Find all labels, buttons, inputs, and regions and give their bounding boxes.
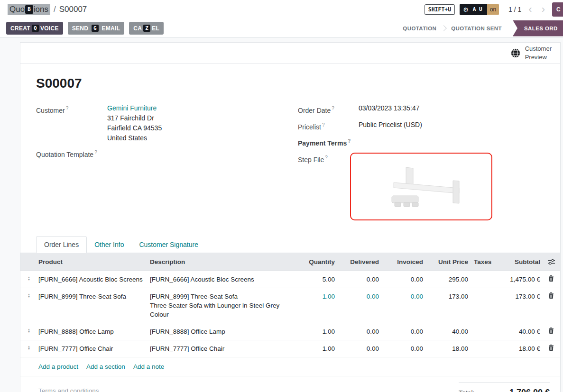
optional-columns-icon[interactable] [542,255,560,269]
breadcrumb-separator: / [54,5,56,14]
sheet-body: S00007 Customer? Gemini Furniture 317 Fa… [20,64,560,253]
order-date-value[interactable]: 03/03/2023 13:35:47 [359,103,419,113]
customer-address: 317 Fairchild Dr Fairfield CA 94535 Unit… [107,113,162,143]
payment-terms-label: Payment Terms? [298,136,359,148]
cell-quantity[interactable]: 1.00 [294,323,337,340]
step-file-3d-render [364,160,478,213]
cell-taxes[interactable] [470,323,492,331]
cell-delivered[interactable]: 0.00 [337,340,381,357]
corner-create-button[interactable]: C [552,2,563,17]
create-invoice-button[interactable]: CREATQVOICE [6,22,63,35]
top-bar-right: SHIFT+U ⚙A U on 1 / 1 ‹ › C [425,2,563,17]
add-product-link[interactable]: Add a product [38,363,78,370]
cell-taxes[interactable] [470,340,492,348]
breadcrumb-record: S00007 [59,5,87,14]
status-quotation[interactable]: QUOTATION [396,26,443,31]
table-row[interactable]: ▲▼ [FURN_8999] Three-Seat Sofa [FURN_899… [20,288,560,323]
cell-taxes[interactable] [470,271,492,279]
add-note-link[interactable]: Add a note [133,363,164,370]
record-title: S00007 [36,76,545,91]
notebook-tabs: Order Lines Other Info Customer Signatur… [20,236,560,253]
drag-handle-icon[interactable]: ▲▼ [20,288,37,302]
help-icon: ? [348,138,351,144]
customer-preview-button[interactable]: Customer Preview [510,45,552,61]
cell-product[interactable]: [FURN_8999] Three-Seat Sofa [37,288,149,305]
breadcrumb: QuoBions / S00007 [8,4,87,15]
gear-icon: ⚙ [463,7,469,13]
help-icon: ? [322,122,325,128]
header-taxes: Taxes [470,253,492,271]
tab-customer-signature[interactable]: Customer Signature [131,237,206,253]
sheet-footer: Terms and conditions... Total: 1,706.00 … [20,376,560,392]
pager-next-icon[interactable]: › [539,4,547,15]
tab-order-lines[interactable]: Order Lines [36,236,87,253]
table-row[interactable]: ▲▼ [FURN_6666] Acoustic Bloc Screens [FU… [20,271,560,288]
delete-row-button[interactable] [542,323,560,337]
table-row[interactable]: ▲▼ [FURN_8888] Office Lamp [FURN_8888] O… [20,323,560,340]
cell-delivered[interactable]: 0.00 [337,288,381,305]
send-email-button[interactable]: SEND G EMAIL [68,22,125,35]
add-section-link[interactable]: Add a section [86,363,125,370]
cell-product[interactable]: [FURN_7777] Office Chair [37,340,149,357]
tab-other-info[interactable]: Other Info [87,237,131,253]
cell-subtotal: 1,475.00 € [492,271,542,288]
field-grid: Customer? Gemini Furniture 317 Fairchild… [36,103,545,225]
fields-left-column: Customer? Gemini Furniture 317 Fairchild… [36,103,298,164]
cell-subtotal: 173.00 € [492,288,542,305]
action-menu-button[interactable]: ⚙A U on [460,4,499,15]
cell-unit-price[interactable]: 40.00 [425,323,470,340]
step-file-image[interactable] [350,153,492,220]
cell-description[interactable]: [FURN_8999] Three-Seat SofaThree Seater … [149,288,294,323]
breadcrumb-quotations-right: ions [34,5,48,14]
cell-product[interactable]: [FURN_6666] Acoustic Bloc Screens [37,271,149,288]
cell-taxes[interactable] [470,288,492,296]
cell-invoiced[interactable]: 0.00 [381,288,425,305]
cell-description[interactable]: [FURN_8888] Office Lamp [149,323,294,340]
quotation-template-label: Quotation Template? [36,147,107,160]
breadcrumb-quotations[interactable]: QuoBions [8,4,50,15]
customer-link[interactable]: Gemini Furniture [107,103,162,113]
cell-invoiced[interactable]: 0.00 [381,340,425,357]
drag-handle-icon[interactable]: ▲▼ [20,323,37,337]
delete-row-button[interactable] [542,340,560,355]
order-lines-table: Product Description Quantity Delivered I… [20,253,560,357]
header-quantity: Quantity [294,253,337,271]
cell-unit-price[interactable]: 173.00 [425,288,470,305]
status-pipeline: QUOTATION QUOTATION SENT SALES ORD [396,19,563,37]
cell-quantity[interactable]: 5.00 [294,271,337,288]
header-description: Description [149,253,294,271]
delete-row-button[interactable] [542,288,560,302]
delete-row-button[interactable] [542,271,560,285]
terms-and-conditions-input[interactable]: Terms and conditions... [38,383,104,392]
cell-product[interactable]: [FURN_8888] Office Lamp [37,323,149,340]
table-add-links: Add a product Add a section Add a note [20,357,560,376]
cell-delivered[interactable]: 0.00 [337,323,381,340]
order-date-label: Order Date? [298,103,359,116]
cell-quantity[interactable]: 1.00 [294,340,337,357]
table-row[interactable]: ▲▼ [FURN_7777] Office Chair [FURN_7777] … [20,340,560,357]
cell-unit-price[interactable]: 18.00 [425,340,470,357]
cell-description[interactable]: [FURN_6666] Acoustic Bloc Screens [149,271,294,288]
help-icon: ? [325,155,328,160]
cell-delivered[interactable]: 0.00 [337,271,381,288]
drag-handle-icon[interactable]: ▲▼ [20,271,37,285]
cell-invoiced[interactable]: 0.00 [381,271,425,288]
fields-right-column: Order Date? 03/03/2023 13:35:47 Pricelis… [298,103,545,225]
cell-invoiced[interactable]: 0.00 [381,323,425,340]
pricelist-value[interactable]: Public Pricelist (USD) [359,120,422,130]
header-product: Product [37,253,149,271]
customer-value[interactable]: Gemini Furniture 317 Fairchild Dr Fairfi… [107,103,162,143]
cell-quantity[interactable]: 1.00 [294,288,337,305]
create-invoice-label-right: VOICE [40,25,59,32]
cell-subtotal: 18.00 € [492,340,542,357]
cell-unit-price[interactable]: 295.00 [425,271,470,288]
cell-description[interactable]: [FURN_7777] Office Chair [149,340,294,357]
cancel-button[interactable]: CAZEL [129,22,164,35]
keyboard-shortcut-badge: SHIFT+U [425,4,455,15]
send-email-label-right: EMAIL [100,25,120,32]
pager-prev-icon[interactable]: ‹ [526,4,534,15]
status-quotation-sent[interactable]: QUOTATION SENT [444,26,509,31]
field-pricelist: Pricelist? Public Pricelist (USD) [298,120,545,132]
total-value: 1,706.00 € [509,388,550,392]
drag-handle-icon[interactable]: ▲▼ [20,340,37,354]
